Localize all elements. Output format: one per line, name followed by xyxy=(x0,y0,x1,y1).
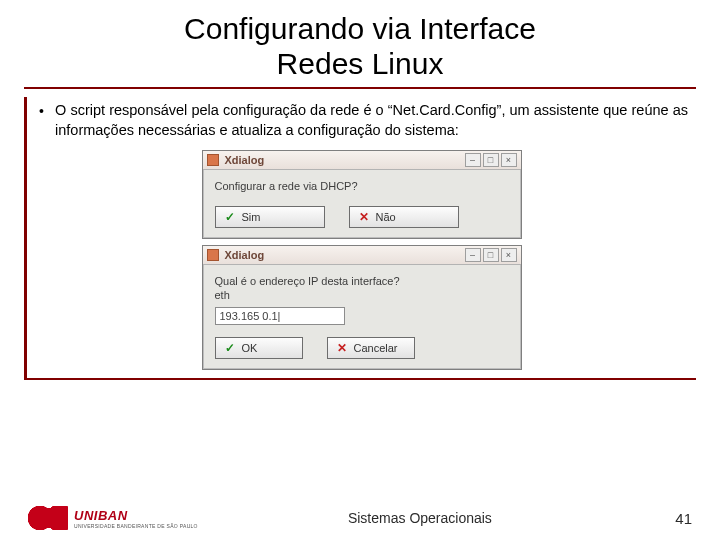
dialog-body: Qual é o endereço IP desta interface? et… xyxy=(203,265,521,331)
minimize-button[interactable]: – xyxy=(465,153,481,167)
app-icon xyxy=(207,249,219,261)
logo-subtitle: UNIVERSIDADE BANDEIRANTE DE SÃO PAULO xyxy=(74,523,198,529)
logo-mark-icon xyxy=(28,506,68,530)
ok-button-label: OK xyxy=(242,342,258,354)
cancel-button-label: Cancelar xyxy=(354,342,398,354)
maximize-button[interactable]: □ xyxy=(483,248,499,262)
cross-icon: ✕ xyxy=(336,341,348,355)
bullet-text: O script responsável pela configuração d… xyxy=(55,101,688,140)
yes-button[interactable]: ✓ Sim xyxy=(215,206,325,228)
bullet-mark: • xyxy=(35,101,55,140)
check-icon: ✓ xyxy=(224,341,236,355)
dialog-dhcp: Xdialog – □ × Configurar a rede via DHCP… xyxy=(202,150,522,239)
ip-input[interactable]: 193.165 0.1| xyxy=(215,307,345,325)
page-number: 41 xyxy=(642,510,692,527)
window-controls: – □ × xyxy=(465,153,517,167)
title-line-2: Redes Linux xyxy=(277,47,444,80)
dialog-titlebar: Xdialog – □ × xyxy=(203,246,521,265)
app-icon xyxy=(207,154,219,166)
yes-button-label: Sim xyxy=(242,211,261,223)
logo-name: UNIBAN xyxy=(74,508,198,523)
dialog-title: Xdialog xyxy=(225,154,459,166)
dialog-titlebar: Xdialog – □ × xyxy=(203,151,521,170)
dialog-prompt: Configurar a rede via DHCP? xyxy=(215,180,509,192)
no-button-label: Não xyxy=(376,211,396,223)
minimize-button[interactable]: – xyxy=(465,248,481,262)
cross-icon: ✕ xyxy=(358,210,370,224)
dialogs-container: Xdialog – □ × Configurar a rede via DHCP… xyxy=(35,150,688,370)
uniban-logo: UNIBAN UNIVERSIDADE BANDEIRANTE DE SÃO P… xyxy=(28,506,198,530)
slide-title: Configurando via Interface Redes Linux xyxy=(0,0,720,85)
dialog-button-row: ✓ Sim ✕ Não xyxy=(203,200,521,238)
close-button[interactable]: × xyxy=(501,153,517,167)
dialog-ip: Xdialog – □ × Qual é o endereço IP desta… xyxy=(202,245,522,370)
dialog-body: Configurar a rede via DHCP? xyxy=(203,170,521,200)
bullet-item: • O script responsável pela configuração… xyxy=(35,101,688,140)
content-frame: • O script responsável pela configuração… xyxy=(24,97,696,380)
close-button[interactable]: × xyxy=(501,248,517,262)
slide-footer: UNIBAN UNIVERSIDADE BANDEIRANTE DE SÃO P… xyxy=(0,506,720,530)
check-icon: ✓ xyxy=(224,210,236,224)
title-line-1: Configurando via Interface xyxy=(184,12,536,45)
title-underline xyxy=(24,87,696,89)
maximize-button[interactable]: □ xyxy=(483,153,499,167)
footer-caption: Sistemas Operacionais xyxy=(198,510,642,526)
dialog-prompt: Qual é o endereço IP desta interface? xyxy=(215,275,509,287)
dialog-subtext: eth xyxy=(215,289,509,301)
dialog-title: Xdialog xyxy=(225,249,459,261)
no-button[interactable]: ✕ Não xyxy=(349,206,459,228)
dialog-button-row: ✓ OK ✕ Cancelar xyxy=(203,331,521,369)
window-controls: – □ × xyxy=(465,248,517,262)
cancel-button[interactable]: ✕ Cancelar xyxy=(327,337,415,359)
ok-button[interactable]: ✓ OK xyxy=(215,337,303,359)
